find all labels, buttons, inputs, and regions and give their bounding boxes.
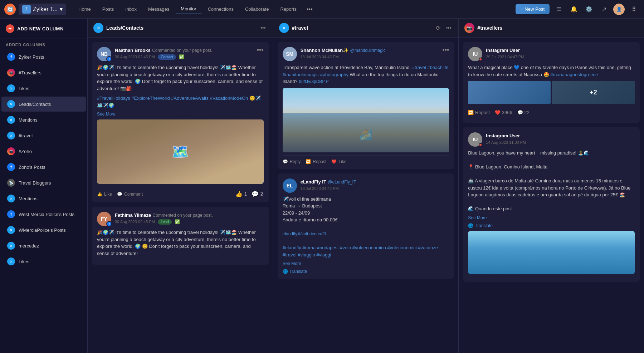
post-timestamp: 30 Aug 2023 02:45 PM <box>115 55 155 59</box>
refresh-button[interactable]: ⟳ <box>434 23 442 33</box>
leads-col-title: Leads/Contacts <box>106 25 259 31</box>
post-timestamp: 29 Jul 2021 04:47 PM <box>486 55 524 59</box>
add-icon: + <box>6 24 14 33</box>
nav-reports[interactable]: Reports <box>275 4 302 14</box>
comments-count: 💬 22 <box>517 110 530 115</box>
col-more-button[interactable]: ••• <box>259 24 267 32</box>
sidebar-label: Zoho's Posts <box>19 165 45 170</box>
sidebar-label: Likes <box>19 259 29 264</box>
hashtags: #elandfly #roma #budapest #volo #voloeco… <box>283 245 438 258</box>
sidebar-item-west-mercia[interactable]: f West Mercia Police's Posts <box>1 207 86 222</box>
sidebar-item-zoho[interactable]: 📷 #Zoho <box>1 144 86 159</box>
nav-more-icon[interactable]: ••• <box>303 4 316 15</box>
post-options-button[interactable]: ••• <box>442 47 449 53</box>
add-new-column-button[interactable]: + ADD NEW COLUMN <box>0 19 87 39</box>
post-meta: Naathan Brooks Commented on your page po… <box>115 47 253 60</box>
twitter-icon: ✕ <box>7 100 15 108</box>
post-author-line: Naathan Brooks Commented on your page po… <box>115 47 253 53</box>
post-link[interactable]: buff.ly/3pDBI4P <box>299 79 328 84</box>
nav-logo: 🔄 <box>4 4 16 15</box>
see-more-link[interactable]: See More <box>468 215 635 220</box>
like-count: 👍 1 <box>235 191 247 197</box>
platform-badge: f <box>106 56 112 62</box>
nav-home[interactable]: Home <box>73 4 96 14</box>
see-more-link[interactable]: See More <box>97 112 264 117</box>
nav-collaborate[interactable]: Collaborate <box>240 4 274 14</box>
post-action-text: Commented on your page post. <box>153 213 213 218</box>
post-card: NB f Naathan Brooks Commented on your pa… <box>92 42 269 202</box>
notifications-icon[interactable]: 🔔 <box>568 4 580 15</box>
status-dot <box>479 58 482 61</box>
sidebar-item-travellers[interactable]: 📷 #Travellers <box>1 65 86 80</box>
post-header: IU Instagram User 29 Jul 2021 04:47 PM <box>468 47 635 61</box>
sidebar-item-wmercia-posts[interactable]: ✕ WMerciaPolice's Posts <box>1 222 86 237</box>
nav-posts[interactable]: Posts <box>97 4 119 14</box>
nav-monitor[interactable]: Monitor <box>176 4 201 14</box>
post-image: 🗺️ <box>97 119 264 184</box>
new-post-button[interactable]: + New Post <box>516 4 550 14</box>
sidebar-item-likes-2[interactable]: ✕ Likes <box>1 254 86 269</box>
twitter-icon: ✕ <box>7 226 15 234</box>
sidebar-item-mercedez[interactable]: ✕ mercedez <box>1 238 86 253</box>
likes-count: ❤️ 3966 <box>495 110 512 115</box>
leads-contacts-column: ✕ Leads/Contacts ••• NB f <box>88 19 273 353</box>
col-more-button[interactable]: ••• <box>445 24 453 32</box>
see-more-link[interactable]: See More <box>283 261 449 266</box>
nav-messages[interactable]: Messages <box>143 4 174 14</box>
leads-col-content: NB f Naathan Brooks Commented on your pa… <box>88 38 273 353</box>
translate-link[interactable]: 🌐 Translate <box>283 269 449 274</box>
post-header: IU Instagram User 14 Aug 2023 11:00 PM <box>468 132 635 147</box>
reply-button[interactable]: 💬 Reply <box>283 159 301 164</box>
post-body-text: What a magical place 💙 one of my favorit… <box>468 64 635 78</box>
sidebar-item-likes[interactable]: ✕ Likes <box>1 81 86 96</box>
post-actions: 👍 Like 💬 Comment 👍 1 💬 2 <box>97 187 264 197</box>
post-action-text: Commented on your page post. <box>152 48 212 53</box>
nav-brand: Z Zylker T... ▾ <box>19 4 66 15</box>
elandfly-link[interactable]: elandfly.it/voli-ricerca?f... <box>283 231 330 236</box>
travel-col-title: #travel <box>292 25 434 31</box>
share-icon[interactable]: ↗ <box>598 4 610 15</box>
sidebar-item-zylker-posts[interactable]: f Zylker Posts <box>1 49 86 64</box>
settings-icon[interactable]: ⚙️ <box>583 4 595 15</box>
sidebar-item-travel[interactable]: ✕ #travel <box>1 128 86 143</box>
comment-button[interactable]: 💬 Comment <box>117 192 143 197</box>
post-meta: Instagram User 29 Jul 2021 04:47 PM <box>486 47 635 60</box>
like-button[interactable]: 👍 Like <box>97 192 112 197</box>
post-time-line: 30 Aug 2023 02:45 PM Contact ✅ <box>115 53 253 60</box>
repost-button[interactable]: 🔁 Repost <box>468 110 490 115</box>
post-body-text: 🎉🌍✈️ It's time to celebrate the upcoming… <box>97 64 264 92</box>
twitter-icon: ✕ <box>7 132 15 139</box>
repost-stats: 🔁 Repost ❤️ 3966 💬 22 <box>468 107 635 118</box>
twitter-icon: ✕ <box>7 258 15 265</box>
post-author-name: Instagram User <box>486 133 520 138</box>
post-avatar: NB f <box>97 47 111 61</box>
added-columns-header: ADDED COLUMNS <box>0 39 87 49</box>
post-header: NB f Naathan Brooks Commented on your pa… <box>97 47 264 61</box>
sidebar-label: West Mercia Police's Posts <box>19 212 74 217</box>
repost-button[interactable]: 🔁 Repost <box>306 159 326 164</box>
translate-link[interactable]: 🌐 Translate <box>468 223 635 228</box>
sidebar-item-travel-bloggers[interactable]: 📡 Travel Bloggers <box>1 175 86 190</box>
post-image <box>468 231 635 274</box>
sidebar-item-mentions-2[interactable]: ✕ Mentions <box>1 191 86 206</box>
post-author-line: Shannon McMullan✨ @manitoulinmagic <box>301 47 439 53</box>
nav-inbox[interactable]: Inbox <box>120 4 142 14</box>
brand-selector[interactable]: Z Zylker T... ▾ <box>19 4 66 15</box>
action-counts: 👍 1 💬 2 <box>235 191 264 197</box>
like-button[interactable]: ❤️ Like <box>331 159 346 164</box>
sidebar-item-zohos-posts[interactable]: f Zoho's Posts <box>1 160 86 175</box>
post-body-text: ✈️Voli di fine settimanaRoma → Budapest2… <box>283 196 449 259</box>
post-options-button[interactable]: ••• <box>257 47 264 53</box>
menu-icon[interactable]: ☰ <box>553 4 565 15</box>
sidebar-item-mentions-1[interactable]: ✕ Mentions <box>1 112 86 127</box>
post-header: SM Shannon McMullan✨ @manitoulinmagic 13… <box>283 47 449 61</box>
image-overlay: +2 <box>552 81 635 104</box>
grid-icon[interactable]: ⠿ <box>628 4 640 15</box>
post-author-name: Instagram User <box>486 48 520 53</box>
post-author-line: eLandFly IT @eLandFly_IT <box>301 178 449 185</box>
avatar[interactable]: 👤 <box>613 4 625 15</box>
nav-connections[interactable]: Connections <box>203 4 239 14</box>
sidebar-item-leads[interactable]: ✕ Leads/Contacts <box>1 97 86 112</box>
sidebar-label: #Zoho <box>19 149 32 154</box>
beach-image: 🏄 <box>283 88 449 152</box>
